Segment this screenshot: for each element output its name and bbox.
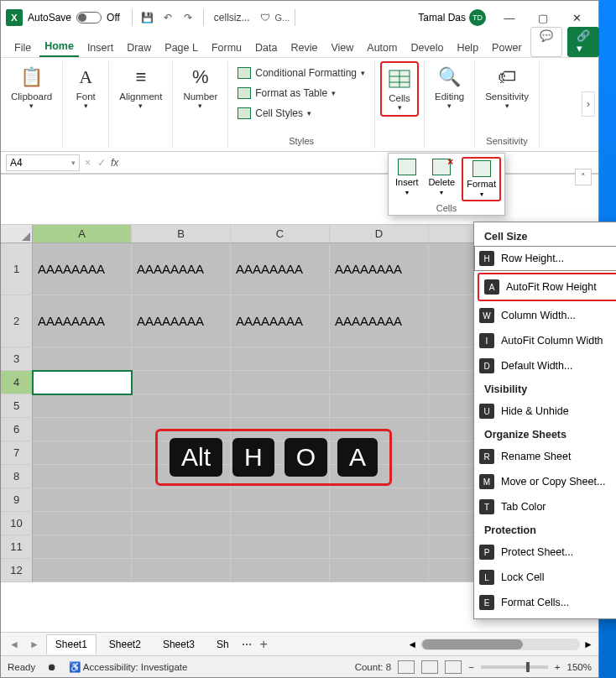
sheet-tab-4[interactable]: Sh xyxy=(207,634,238,655)
tab-developer[interactable]: Develo xyxy=(405,39,448,57)
macro-record-icon[interactable]: ⏺ xyxy=(47,662,57,672)
hscroll-right[interactable]: ► xyxy=(583,639,593,650)
row-header-2[interactable]: 2 xyxy=(1,295,33,347)
horizontal-scrollbar[interactable] xyxy=(420,639,580,650)
cell[interactable]: AAAAAAAA xyxy=(231,295,330,347)
comments-button[interactable]: 💬 xyxy=(530,27,562,57)
alignment-button[interactable]: ≡ Alignment ▾ xyxy=(114,61,167,113)
zoom-out-button[interactable]: − xyxy=(468,662,474,672)
tab-draw[interactable]: Draw xyxy=(122,39,156,57)
undo-icon[interactable]: ↶ xyxy=(158,8,178,28)
cell[interactable] xyxy=(132,394,231,418)
row-header-5[interactable]: 5 xyxy=(1,394,33,418)
save-icon[interactable]: 💾 xyxy=(138,8,158,28)
row-header-9[interactable]: 9 xyxy=(1,488,33,512)
cell[interactable] xyxy=(33,488,132,512)
tab-view[interactable]: View xyxy=(326,39,358,57)
cell[interactable] xyxy=(132,488,231,512)
autosave-toggle[interactable]: AutoSave Off xyxy=(28,12,120,23)
cell[interactable] xyxy=(330,512,429,535)
sheet-tab-1[interactable]: Sheet1 xyxy=(46,634,97,655)
delete-cells-button[interactable]: Delete▾ xyxy=(425,157,458,201)
cell[interactable] xyxy=(33,512,132,535)
cell[interactable] xyxy=(231,488,330,512)
cell[interactable] xyxy=(33,394,132,418)
cell[interactable] xyxy=(33,559,132,582)
minimize-button[interactable]: — xyxy=(493,5,526,30)
cell[interactable]: AAAAAAAA xyxy=(132,295,231,347)
format-cells-button[interactable]: Format▾ xyxy=(462,157,501,201)
toggle-off-icon[interactable] xyxy=(76,12,102,23)
font-button[interactable]: A Font ▾ xyxy=(68,61,103,113)
document-title[interactable]: cellsiz... xyxy=(214,12,250,23)
cell[interactable] xyxy=(231,559,330,582)
zoom-in-button[interactable]: + xyxy=(555,662,561,672)
tab-home[interactable]: Home xyxy=(39,37,79,57)
user-avatar[interactable]: TD xyxy=(469,9,486,26)
cell[interactable] xyxy=(33,371,132,394)
tab-insert[interactable]: Insert xyxy=(82,39,118,57)
sheet-tab-2[interactable]: Sheet2 xyxy=(100,634,150,655)
cell[interactable] xyxy=(231,394,330,418)
row-header-7[interactable]: 7 xyxy=(1,441,33,465)
menu-row-height[interactable]: HRow Height... xyxy=(474,246,616,271)
row-header-8[interactable]: 8 xyxy=(1,465,33,488)
menu-lock-cell[interactable]: LLock Cell xyxy=(474,565,616,590)
cell[interactable] xyxy=(231,512,330,535)
cell[interactable] xyxy=(330,559,429,582)
row-header-4[interactable]: 4 xyxy=(1,371,33,394)
cell[interactable] xyxy=(330,394,429,418)
view-page-layout-icon[interactable] xyxy=(421,660,438,674)
account-area[interactable]: Tamal Das TD xyxy=(418,9,486,26)
cell[interactable]: AAAAAAAA xyxy=(33,295,132,347)
menu-move-copy-sheet[interactable]: MMove or Copy Sheet... xyxy=(474,469,616,494)
hscroll-thumb[interactable] xyxy=(422,639,523,649)
row-header-1[interactable]: 1 xyxy=(1,243,33,295)
zoom-thumb[interactable] xyxy=(526,662,530,672)
conditional-formatting-button[interactable]: Conditional Formatting ▾ xyxy=(233,65,369,81)
cell[interactable] xyxy=(330,347,429,371)
cell[interactable]: AAAAAAAA xyxy=(33,243,132,295)
redo-icon[interactable]: ↷ xyxy=(178,8,198,28)
cell[interactable] xyxy=(330,535,429,559)
cells-button[interactable]: Cells ▾ xyxy=(380,61,419,117)
view-page-break-icon[interactable] xyxy=(445,660,462,674)
cell[interactable] xyxy=(33,465,132,488)
accessibility-status[interactable]: ♿ Accessibility: Investigate xyxy=(69,661,187,673)
share-button[interactable]: 🔗 ▾ xyxy=(567,27,599,57)
cell[interactable] xyxy=(33,347,132,371)
name-box[interactable]: A4▾ xyxy=(6,154,80,171)
tab-page-layout[interactable]: Page L xyxy=(159,39,203,57)
menu-autofit-column-width[interactable]: IAutoFit Column Width xyxy=(474,328,616,353)
enter-formula-icon[interactable]: ✓ xyxy=(97,157,106,169)
cell[interactable] xyxy=(231,535,330,559)
fx-icon[interactable]: fx xyxy=(111,157,118,169)
insert-cells-button[interactable]: Insert▾ xyxy=(392,157,422,201)
col-header-C[interactable]: C xyxy=(231,225,330,243)
tab-formulas[interactable]: Formu xyxy=(206,39,247,57)
menu-tab-color[interactable]: TTab Color› xyxy=(474,494,616,519)
menu-rename-sheet[interactable]: RRename Sheet xyxy=(474,444,616,469)
editing-button[interactable]: 🔍 Editing ▾ xyxy=(430,61,469,113)
cell[interactable]: AAAAAAAA xyxy=(330,243,429,295)
tab-review[interactable]: Revie xyxy=(285,39,322,57)
zoom-level[interactable]: 150% xyxy=(567,662,592,672)
select-all-corner[interactable] xyxy=(1,225,33,243)
tab-power[interactable]: Power xyxy=(487,39,526,57)
cell[interactable] xyxy=(33,418,132,441)
tab-automate[interactable]: Autom xyxy=(362,39,402,57)
cell[interactable]: AAAAAAAA xyxy=(330,295,429,347)
cell[interactable] xyxy=(33,441,132,465)
col-header-D[interactable]: D xyxy=(330,225,429,243)
row-header-6[interactable]: 6 xyxy=(1,418,33,441)
sensitivity-button[interactable]: 🏷 Sensitivity ▾ xyxy=(480,61,534,113)
menu-format-cells[interactable]: EFormat Cells... xyxy=(474,590,616,615)
cell[interactable] xyxy=(330,371,429,394)
col-header-B[interactable]: B xyxy=(132,225,231,243)
sheet-nav-prev[interactable]: ◄ xyxy=(6,639,23,650)
menu-default-width[interactable]: DDefault Width... xyxy=(474,353,616,378)
cells[interactable]: AAAAAAAAAAAAAAAAAAAAAAAAAAAAAAAAAAAAAAAA… xyxy=(33,243,528,582)
row-header-11[interactable]: 11 xyxy=(1,535,33,559)
cell[interactable] xyxy=(132,535,231,559)
ribbon-collapse-button[interactable]: ˄ xyxy=(575,169,592,185)
